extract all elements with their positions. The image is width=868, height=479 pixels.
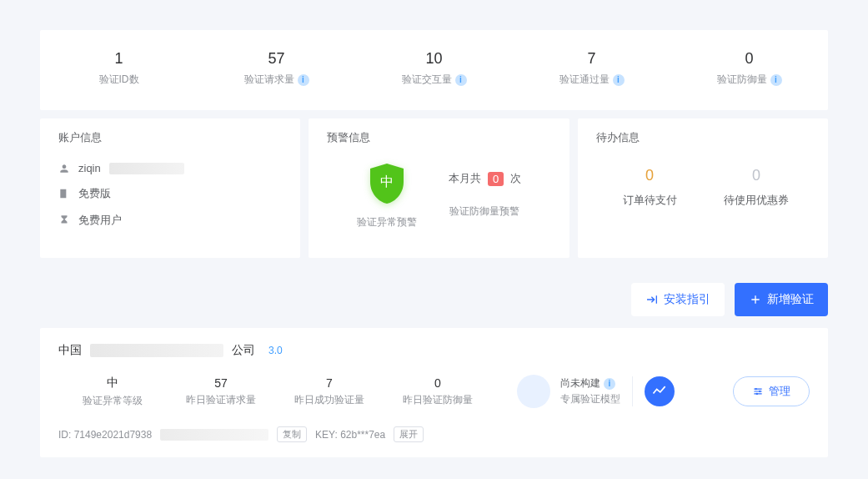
svg-point-2	[756, 393, 758, 395]
plus-icon	[749, 293, 762, 306]
shield-icon: 中	[364, 160, 410, 207]
abnormal-warning: 中 验证异常预警	[357, 160, 417, 229]
verify-stat-yest-ok: 7 昨日成功验证量	[275, 376, 384, 407]
info-icon[interactable]: i	[298, 74, 309, 86]
info-icon[interactable]: i	[604, 378, 615, 390]
svg-point-1	[759, 391, 760, 392]
version-tag: 3.0	[268, 345, 283, 356]
stat-value: 57	[167, 376, 275, 390]
verify-title-suffix: 公司	[232, 343, 255, 358]
avatar	[517, 375, 550, 408]
manage-button[interactable]: 管理	[733, 376, 810, 406]
info-icon[interactable]: i	[613, 74, 625, 86]
verify-stat-level: 中 验证异常等级	[58, 376, 167, 408]
month-count-badge: 0	[488, 172, 504, 186]
account-user-type: 免费用户	[58, 213, 282, 228]
warning-title: 预警信息	[327, 130, 551, 145]
guide-icon	[645, 293, 659, 306]
stat-id-count: 1 验证ID数	[40, 50, 198, 87]
stat-label: 验证交互量i	[402, 73, 467, 87]
sliders-icon	[752, 386, 764, 397]
abnormal-label: 验证异常预警	[357, 215, 417, 229]
stats-row: 1 验证ID数 57 验证请求量i 10 验证交互量i 7 验证通过量i 0 验…	[40, 30, 828, 110]
stat-label: 昨日验证防御量	[384, 393, 492, 407]
stat-value: 10	[355, 50, 513, 68]
install-guide-button[interactable]: 安装指引	[631, 283, 725, 316]
svg-point-0	[755, 388, 757, 390]
stat-pass: 7 验证通过量i	[513, 50, 670, 87]
model-status: 尚未构建i 专属验证模型	[517, 375, 620, 408]
warning-card: 预警信息 中 验证异常预警 本月共 0 次 验证防御量预警	[309, 118, 569, 258]
account-plan: 免费版	[58, 186, 282, 201]
month-prefix: 本月共	[449, 171, 481, 186]
coupons-count: 0	[703, 167, 810, 184]
user-icon	[58, 163, 70, 174]
new-verify-label: 新增验证	[767, 292, 814, 307]
action-bar: 安装指引 新增验证	[40, 283, 828, 316]
stat-value: 57	[198, 50, 355, 68]
pending-orders-label: 订单待支付	[596, 193, 703, 208]
divider	[632, 376, 633, 406]
account-card: 账户信息 ziqin 免费版 免费用户	[40, 118, 300, 258]
defend-warning: 本月共 0 次 验证防御量预警	[449, 171, 521, 219]
stat-value: 7	[513, 50, 670, 68]
verify-stats-row: 中 验证异常等级 57 昨日验证请求量 7 昨日成功验证量 0 昨日验证防御量 …	[58, 375, 810, 408]
redacted-bar	[109, 163, 184, 174]
redacted-bar	[90, 344, 223, 357]
stat-value: 中	[58, 376, 167, 391]
username-text: ziqin	[78, 162, 101, 174]
expand-button[interactable]: 展开	[394, 426, 424, 442]
pending-orders-count: 0	[596, 167, 703, 184]
key-label: KEY: 62b***7ea	[315, 429, 385, 441]
plan-text: 免费版	[78, 186, 111, 201]
stat-value: 1	[40, 50, 198, 68]
hourglass-icon	[58, 214, 70, 226]
defend-warn-label: 验证防御量预警	[449, 204, 521, 219]
info-icon[interactable]: i	[770, 74, 782, 86]
copy-button[interactable]: 复制	[277, 426, 307, 442]
stat-value: 7	[275, 376, 384, 390]
plan-icon	[58, 188, 70, 199]
new-verify-button[interactable]: 新增验证	[735, 283, 828, 316]
user-type-text: 免费用户	[78, 213, 122, 228]
stat-label: 昨日验证请求量	[167, 393, 275, 407]
chart-icon[interactable]	[645, 376, 675, 406]
stat-label: 验证通过量i	[559, 73, 625, 87]
shield-level: 中	[380, 174, 394, 191]
verify-title-prefix: 中国	[58, 343, 82, 358]
stat-interact: 10 验证交互量i	[355, 50, 513, 87]
stat-label: 验证请求量i	[244, 73, 309, 87]
unused-coupons[interactable]: 0 待使用优惠券	[703, 167, 810, 208]
id-label: ID: 7149e2021d7938	[58, 429, 152, 441]
todo-card: 待办信息 0 订单待支付 0 待使用优惠券	[578, 118, 828, 258]
stat-label: 验证异常等级	[58, 394, 167, 408]
verify-stat-yest-req: 57 昨日验证请求量	[167, 376, 275, 407]
model-sub: 专属验证模型	[560, 392, 620, 406]
stat-request: 57 验证请求量i	[198, 50, 355, 87]
verify-card: 中国 公司 3.0 中 验证异常等级 57 昨日验证请求量 7 昨日成功验证量 …	[40, 328, 828, 457]
install-guide-label: 安装指引	[664, 292, 710, 307]
todo-title: 待办信息	[596, 130, 810, 145]
stat-label: 验证防御量i	[717, 73, 782, 87]
verify-stat-yest-def: 0 昨日验证防御量	[384, 376, 492, 407]
account-title: 账户信息	[58, 130, 282, 145]
manage-label: 管理	[769, 384, 790, 399]
redacted-bar	[160, 429, 268, 441]
stat-value: 0	[670, 50, 828, 68]
verify-header: 中国 公司 3.0	[58, 343, 810, 358]
id-key-row: ID: 7149e2021d7938 复制 KEY: 62b***7ea 展开	[58, 426, 810, 442]
stat-label: 验证ID数	[99, 73, 139, 87]
month-suffix: 次	[510, 171, 521, 186]
info-icon[interactable]: i	[455, 74, 467, 86]
stat-defend: 0 验证防御量i	[670, 50, 828, 87]
model-title-line: 尚未构建i	[560, 376, 620, 391]
coupons-label: 待使用优惠券	[703, 193, 810, 208]
pending-orders[interactable]: 0 订单待支付	[596, 167, 703, 208]
stat-label: 昨日成功验证量	[275, 393, 384, 407]
stat-value: 0	[384, 376, 492, 390]
account-username: ziqin	[58, 162, 282, 174]
